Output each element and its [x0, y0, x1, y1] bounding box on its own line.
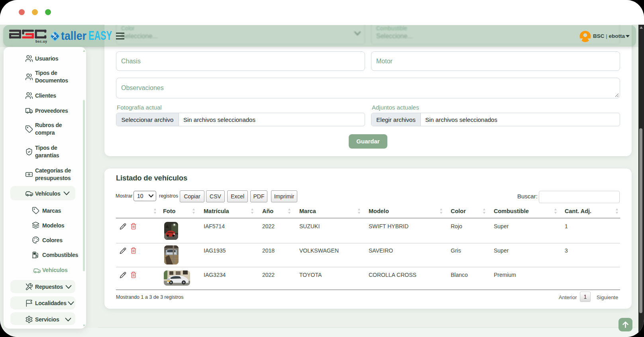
svg-text:bsc.uy: bsc.uy	[35, 39, 47, 43]
svg-text:EASY: EASY	[88, 29, 112, 43]
svg-text:taller: taller	[61, 29, 86, 42]
